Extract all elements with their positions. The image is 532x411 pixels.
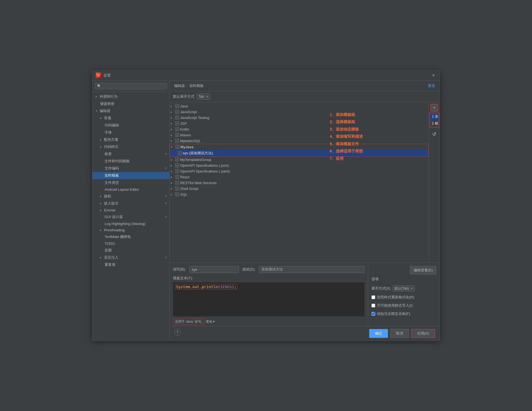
- expand-mode-select2[interactable]: 默认(Tab): [393, 285, 415, 291]
- template-group-openapi-yaml[interactable]: OpenAPI Specifications (.yaml): [170, 168, 429, 174]
- sidebar-item-log-highlighting[interactable]: Log Highlighting (Ideolog): [92, 221, 169, 227]
- apply-button[interactable]: 应用(A): [411, 329, 435, 338]
- search-input[interactable]: [95, 83, 167, 89]
- template-checkbox[interactable]: [175, 121, 179, 125]
- template-checkbox[interactable]: [175, 133, 179, 137]
- template-group-header[interactable]: MyJava: [170, 144, 428, 150]
- sidebar-item-textmate[interactable]: TextMate 捆绑包: [92, 233, 169, 240]
- template-checkbox[interactable]: [175, 158, 179, 161]
- template-group-header[interactable]: JavaScript: [170, 109, 429, 115]
- template-group-restful[interactable]: RESTful Web Services: [170, 180, 429, 186]
- sidebar-item-proofreading[interactable]: ▸ Proofreading: [92, 227, 169, 233]
- template-group-header[interactable]: MyTemplatesGroup: [170, 157, 429, 163]
- template-group-openapi-json[interactable]: OpenAPI Specifications (.json): [170, 163, 429, 168]
- sidebar-item-live-templates[interactable]: 实时模板: [92, 172, 169, 179]
- expand-mode-option-row: 展开方式(X) 默认(Tab): [371, 285, 436, 291]
- cancel-button[interactable]: 取消: [390, 329, 409, 338]
- sidebar-item-code-style[interactable]: ▸ 代码样式: [92, 143, 169, 150]
- template-group-header[interactable]: OpenAPI Specifications (.json): [170, 163, 429, 168]
- template-checkbox[interactable]: [175, 145, 179, 149]
- add-template-group-option[interactable]: 1 添: [430, 113, 439, 120]
- template-checkbox[interactable]: [175, 169, 179, 173]
- sidebar-item-file-types[interactable]: 文件类型: [92, 179, 169, 186]
- template-checkbox[interactable]: [175, 181, 179, 185]
- template-group-javascript[interactable]: JavaScript: [170, 109, 429, 115]
- template-group-header[interactable]: Maven: [170, 132, 429, 138]
- reformat-checkbox[interactable]: [371, 295, 375, 299]
- template-group-sql[interactable]: SQL: [170, 192, 429, 197]
- sidebar-item-editor[interactable]: ▾ 编辑器: [92, 107, 169, 115]
- sidebar-item-file-encoding[interactable]: 文件编码 ⚙: [92, 165, 169, 172]
- sidebar-item-inspections[interactable]: 检查 ⚙: [92, 150, 169, 158]
- sidebar-item-code-editing[interactable]: 代码编辑: [92, 122, 169, 129]
- desc-input[interactable]: [259, 266, 365, 273]
- reset-button[interactable]: 重置: [428, 83, 435, 88]
- template-group-header[interactable]: JavaScript Testing: [170, 115, 429, 121]
- template-group-js-testing[interactable]: JavaScript Testing: [170, 115, 429, 121]
- sidebar-item-gui-designer[interactable]: GUI 设计器 ⚙: [92, 213, 169, 221]
- template-group-header[interactable]: SQL: [170, 192, 429, 197]
- template-group-header[interactable]: RESTful Web Services: [170, 180, 429, 186]
- template-checkbox[interactable]: [175, 139, 179, 143]
- sidebar-item-reset-items[interactable]: 重复项: [92, 261, 169, 268]
- template-group-java[interactable]: Java: [170, 103, 429, 109]
- sidebar-item-copyright[interactable]: ▸ 版权 ⚙: [92, 193, 169, 200]
- abbr-input[interactable]: [189, 266, 239, 273]
- ok-button[interactable]: 确定: [369, 329, 388, 338]
- template-group-jsp[interactable]: JSP: [170, 121, 429, 126]
- template-group-header[interactable]: Shell Script: [170, 186, 429, 192]
- static-import-checkbox[interactable]: [371, 304, 375, 307]
- sidebar-item-emmet[interactable]: ▸ Emmet: [92, 207, 169, 213]
- template-checkbox[interactable]: [175, 163, 179, 167]
- change-link[interactable]: 更改 ▾: [206, 319, 215, 324]
- shorten-fqn-checkbox[interactable]: [371, 312, 375, 316]
- template-group-header[interactable]: JSP: [170, 121, 429, 126]
- template-group-name: JSP: [180, 121, 187, 126]
- add-button[interactable]: +: [430, 104, 438, 112]
- sidebar-item-font[interactable]: 字体: [92, 129, 169, 136]
- template-group-header[interactable]: Mybatis/SQL: [170, 138, 429, 144]
- template-group-kotlin[interactable]: Kotlin: [170, 126, 429, 132]
- template-checkbox[interactable]: [175, 127, 179, 131]
- template-checkbox[interactable]: [175, 110, 179, 114]
- template-text-area[interactable]: [173, 282, 365, 315]
- expand-mode-select[interactable]: Tab: [197, 94, 210, 100]
- sidebar-item-label: 文件编码: [105, 166, 119, 171]
- template-group-shell[interactable]: Shell Script: [170, 186, 429, 192]
- template-group-my-templates[interactable]: MyTemplatesGroup: [170, 157, 429, 163]
- sidebar-item-android-layout-editor[interactable]: Android Layout Editor: [92, 186, 169, 193]
- template-group-react[interactable]: React: [170, 174, 429, 180]
- sidebar-item-todo[interactable]: TODO: [92, 240, 169, 247]
- edit-variables-button[interactable]: 编辑变量(E): [410, 266, 436, 274]
- template-checkbox[interactable]: [175, 175, 179, 179]
- sidebar-item-intention[interactable]: 意图: [92, 247, 169, 254]
- template-group-header[interactable]: React: [170, 174, 429, 180]
- template-group-header[interactable]: Java: [170, 103, 429, 109]
- template-group-mybatis[interactable]: Mybatis/SQL: [170, 138, 429, 144]
- expand-mode-select-wrapper2: 默认(Tab): [393, 285, 415, 291]
- template-group-name: React: [180, 175, 190, 179]
- template-item-name: sys (添加测试方法): [183, 151, 213, 156]
- sidebar-item-color-scheme[interactable]: ▸ 配色方案: [92, 136, 169, 143]
- template-checkbox[interactable]: [175, 104, 179, 108]
- sidebar-item-general[interactable]: ▸ 常规: [92, 115, 169, 122]
- close-button[interactable]: ×: [431, 73, 436, 78]
- sidebar-item-inlay-hints[interactable]: ▸ 嵌入提示 ⚙: [92, 200, 169, 207]
- sidebar-item-language-injections[interactable]: ▸ 语言注入 ⚙: [92, 254, 169, 261]
- template-group-myjava[interactable]: MyJava sys (添加测试方法): [170, 144, 429, 157]
- template-item-sys[interactable]: sys (添加测试方法): [170, 150, 428, 157]
- help-button[interactable]: ?: [174, 329, 181, 336]
- desc-label: 描述(D):: [242, 267, 256, 272]
- undo-button[interactable]: ↺: [430, 130, 438, 138]
- template-group-header[interactable]: OpenAPI Specifications (.yaml): [170, 168, 429, 174]
- sidebar-item-file-code-templates[interactable]: 文件和代码模板: [92, 158, 169, 165]
- template-group-maven[interactable]: Maven: [170, 132, 429, 138]
- sidebar-item-keymap[interactable]: 键盘映射: [92, 100, 169, 107]
- sidebar-item-appearance[interactable]: ▸ 外观和行为: [92, 93, 169, 100]
- template-checkbox[interactable]: [178, 151, 182, 155]
- template-checkbox[interactable]: [175, 192, 179, 196]
- template-checkbox[interactable]: [175, 187, 179, 190]
- add-template-option[interactable]: 2 模: [430, 120, 439, 127]
- template-checkbox[interactable]: [175, 116, 179, 120]
- template-group-header[interactable]: Kotlin: [170, 126, 429, 132]
